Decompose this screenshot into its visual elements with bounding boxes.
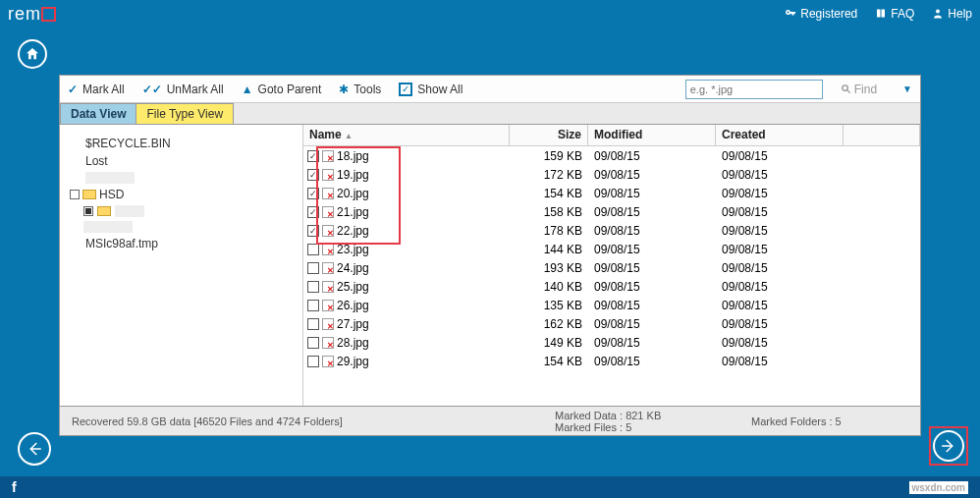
file-icon [322, 281, 334, 293]
tab-file-type-view[interactable]: File Type View [136, 103, 234, 124]
file-modified: 09/08/15 [588, 299, 716, 312]
goto-parent-button[interactable]: ▲Goto Parent [242, 83, 322, 96]
file-modified: 09/08/15 [588, 261, 716, 275]
watermark: wsxdn.com [909, 481, 968, 494]
file-icon [322, 300, 334, 311]
file-list[interactable]: ✓18.jpg159 KB09/08/1509/08/15✓19.jpg172 … [303, 146, 920, 385]
file-name: 22.jpg [337, 224, 369, 238]
file-modified: 09/08/15 [588, 168, 716, 182]
gear-icon: ✱ [339, 83, 349, 96]
file-name: 27.jpg [337, 317, 369, 331]
file-modified: 09/08/15 [588, 149, 716, 163]
file-checkbox[interactable] [307, 244, 319, 255]
file-modified: 09/08/15 [588, 205, 716, 219]
key-icon [785, 8, 796, 20]
file-size: 154 KB [510, 355, 588, 368]
unmark-all-button[interactable]: ✓✓UnMark All [142, 83, 224, 96]
col-modified-header[interactable]: Modified [588, 125, 716, 145]
file-size: 135 KB [510, 299, 588, 312]
file-checkbox[interactable] [307, 337, 319, 349]
file-name: 24.jpg [337, 261, 369, 275]
checkbox-icon[interactable] [70, 190, 80, 199]
help-button[interactable]: Help [932, 7, 972, 21]
file-row[interactable]: 28.jpg149 KB09/08/1509/08/15 [303, 333, 920, 352]
file-checkbox[interactable]: ✓ [307, 150, 319, 162]
file-checkbox[interactable]: ✓ [307, 188, 319, 199]
registered-button[interactable]: Registered [785, 7, 857, 21]
file-modified: 09/08/15 [588, 243, 716, 256]
mark-all-button[interactable]: ✓Mark All [68, 83, 125, 96]
search-icon [841, 83, 851, 94]
home-button[interactable] [18, 39, 47, 69]
file-name: 29.jpg [337, 355, 369, 368]
file-checkbox[interactable]: ✓ [307, 206, 319, 218]
file-row[interactable]: 29.jpg154 KB09/08/1509/08/15 [303, 352, 920, 370]
tree-item-hsd[interactable]: HSD [66, 186, 297, 203]
back-button[interactable] [18, 432, 51, 466]
col-size-header[interactable]: Size [510, 125, 588, 145]
file-modified: 09/08/15 [588, 355, 716, 368]
file-checkbox[interactable]: ✓ [307, 169, 319, 181]
file-icon [322, 318, 334, 330]
file-checkbox[interactable] [307, 281, 319, 293]
file-checkbox[interactable] [307, 300, 319, 311]
col-name-header[interactable]: Name ▲ [303, 125, 510, 145]
file-created: 09/08/15 [716, 168, 844, 182]
file-row[interactable]: 24.jpg193 KB09/08/1509/08/15 [303, 258, 920, 277]
checkbox-icon: ✓ [399, 83, 412, 96]
svg-line-2 [847, 90, 850, 93]
file-size: 159 KB [510, 149, 588, 163]
status-marked-folders: Marked Folders : 5 [751, 415, 908, 427]
file-created: 09/08/15 [716, 205, 844, 219]
file-name: 28.jpg [337, 336, 369, 350]
checkbox-partial-icon[interactable] [83, 206, 93, 216]
home-icon [25, 46, 40, 62]
file-size: 178 KB [510, 224, 588, 238]
file-icon [322, 169, 334, 181]
file-row[interactable]: ✓20.jpg154 KB09/08/1509/08/15 [303, 184, 920, 202]
tab-data-view[interactable]: Data View [60, 103, 136, 124]
file-row[interactable]: ✓22.jpg178 KB09/08/1509/08/15 [303, 221, 920, 240]
check-icon: ✓ [68, 83, 78, 96]
file-row[interactable]: 26.jpg135 KB09/08/1509/08/15 [303, 296, 920, 314]
file-row[interactable]: ✓21.jpg158 KB09/08/1509/08/15 [303, 202, 920, 221]
file-created: 09/08/15 [716, 317, 844, 331]
col-created-header[interactable]: Created [716, 125, 844, 145]
next-button[interactable] [929, 426, 968, 466]
file-row[interactable]: 23.jpg144 KB09/08/1509/08/15 [303, 240, 920, 258]
tree-item-blank[interactable] [66, 170, 297, 186]
file-row[interactable]: 27.jpg162 KB09/08/1509/08/15 [303, 314, 920, 333]
file-icon [322, 262, 334, 274]
file-name: 26.jpg [337, 299, 369, 312]
file-size: 144 KB [510, 243, 588, 256]
file-size: 154 KB [510, 187, 588, 200]
status-marked-data: Marked Data : 821 KB Marked Files : 5 [555, 410, 751, 433]
folder-icon [97, 206, 111, 216]
file-row[interactable]: ✓18.jpg159 KB09/08/1509/08/15 [303, 146, 920, 165]
dropdown-toggle[interactable]: ▼ [902, 83, 912, 94]
tree-item-sub[interactable] [66, 203, 297, 219]
file-row[interactable]: 25.jpg140 KB09/08/1509/08/15 [303, 277, 920, 296]
search-input[interactable] [685, 80, 823, 99]
tree-item-recycle[interactable]: $RECYCLE.BIN [66, 135, 297, 152]
file-checkbox[interactable] [307, 356, 319, 367]
file-checkbox[interactable] [307, 262, 319, 274]
tree-item-blank2[interactable] [66, 219, 297, 235]
file-modified: 09/08/15 [588, 280, 716, 294]
tree-item-lost[interactable]: Lost [66, 152, 297, 170]
file-row[interactable]: ✓19.jpg172 KB09/08/1509/08/15 [303, 165, 920, 184]
faq-button[interactable]: FAQ [875, 7, 914, 21]
folder-icon [82, 190, 96, 199]
folder-tree[interactable]: $RECYCLE.BIN Lost HSD MSIc98af.tmp [60, 125, 303, 406]
app-logo: rem [8, 4, 56, 25]
file-checkbox[interactable]: ✓ [307, 225, 319, 237]
tools-button[interactable]: ✱Tools [339, 83, 381, 96]
file-created: 09/08/15 [716, 355, 844, 368]
facebook-icon[interactable]: f [12, 479, 17, 495]
tree-item-tmp[interactable]: MSIc98af.tmp [66, 235, 297, 252]
book-icon [875, 8, 887, 20]
find-button[interactable]: Find [841, 83, 877, 96]
show-all-button[interactable]: ✓Show All [399, 83, 463, 96]
file-checkbox[interactable] [307, 318, 319, 330]
file-size: 162 KB [510, 317, 588, 331]
